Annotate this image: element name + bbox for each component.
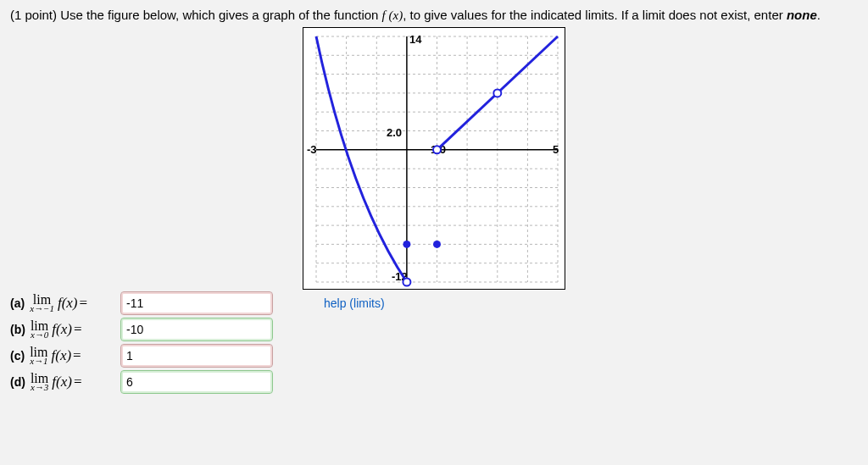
answer-row-a: (a) lim x→−1 f(x)= help (limits) xyxy=(10,291,858,315)
part-letter: (d) xyxy=(10,375,25,389)
problem-text: (1 point) Use the figure below, which gi… xyxy=(10,7,858,24)
axis-label-x-right: 5 xyxy=(553,143,559,156)
limit-sub: x→3 xyxy=(31,384,48,391)
part-letter: (b) xyxy=(10,323,25,336)
none-word: none xyxy=(787,8,817,22)
graph-figure: 14 2.0 -12 -3 1.0 5 xyxy=(303,27,565,290)
axis-label-y-top: 14 xyxy=(409,33,422,46)
answers-block: (a) lim x→−1 f(x)= help (limits) (b) lim… xyxy=(10,291,858,394)
answer-row-b: (b) lim x→0 f(x)= xyxy=(10,318,858,341)
problem-middle: , to give values for the indicated limit… xyxy=(403,8,787,22)
answer-input-a[interactable] xyxy=(120,291,273,315)
limit-sub: x→1 xyxy=(30,357,47,365)
part-letter: (a) xyxy=(10,296,25,310)
answer-input-c[interactable] xyxy=(120,344,273,368)
svg-point-27 xyxy=(433,147,441,154)
problem-suffix: . xyxy=(817,8,821,22)
svg-point-26 xyxy=(433,241,441,248)
svg-point-28 xyxy=(493,90,501,97)
svg-point-24 xyxy=(403,279,410,286)
axis-label-x-left: -3 xyxy=(307,143,317,156)
axis-label-y-mid: 2.0 xyxy=(387,126,402,139)
svg-point-25 xyxy=(403,241,410,248)
help-link[interactable]: help (limits) xyxy=(324,296,385,310)
answer-row-c: (c) lim x→1 f(x)= xyxy=(10,344,858,368)
answer-input-b[interactable] xyxy=(120,318,273,341)
limit-sub: x→0 xyxy=(31,331,48,339)
answer-row-d: (d) lim x→3 f(x)= xyxy=(10,370,858,394)
part-letter: (c) xyxy=(10,349,25,363)
limit-sub: x→−1 xyxy=(30,305,54,313)
problem-prefix: (1 point) Use the figure below, which gi… xyxy=(10,8,382,22)
function-symbol: f (x) xyxy=(382,8,403,22)
answer-input-d[interactable] xyxy=(120,370,273,394)
